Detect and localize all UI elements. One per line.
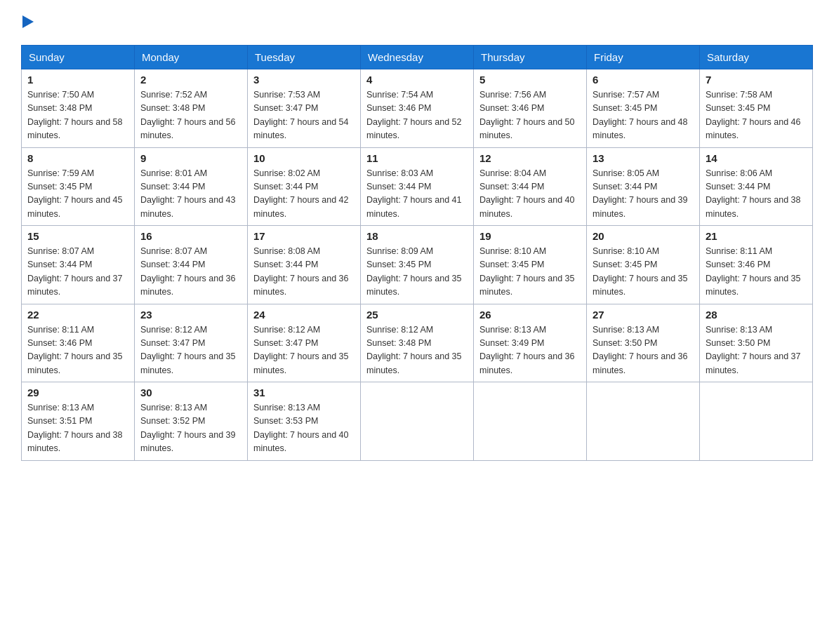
day-info: Sunrise: 7:59 AMSunset: 3:45 PMDaylight:… [27, 168, 123, 219]
calendar-cell: 30 Sunrise: 8:13 AMSunset: 3:52 PMDaylig… [135, 382, 248, 461]
col-header-sunday: Sunday [22, 46, 135, 69]
day-info: Sunrise: 8:10 AMSunset: 3:45 PMDaylight:… [593, 246, 688, 297]
calendar-cell [700, 382, 813, 461]
day-info: Sunrise: 8:06 AMSunset: 3:44 PMDaylight:… [706, 168, 801, 219]
day-info: Sunrise: 8:11 AMSunset: 3:46 PMDaylight:… [27, 325, 123, 375]
day-info: Sunrise: 8:12 AMSunset: 3:47 PMDaylight:… [253, 325, 349, 375]
col-header-saturday: Saturday [700, 46, 813, 69]
day-number: 11 [366, 152, 468, 164]
day-info: Sunrise: 8:13 AMSunset: 3:49 PMDaylight:… [479, 325, 575, 375]
calendar-week-row: 29 Sunrise: 8:13 AMSunset: 3:51 PMDaylig… [22, 382, 813, 461]
calendar-cell: 20 Sunrise: 8:10 AMSunset: 3:45 PMDaylig… [587, 226, 700, 304]
day-info: Sunrise: 8:02 AMSunset: 3:44 PMDaylight:… [253, 168, 349, 219]
day-info: Sunrise: 8:13 AMSunset: 3:53 PMDaylight:… [253, 403, 349, 453]
calendar-cell: 8 Sunrise: 7:59 AMSunset: 3:45 PMDayligh… [22, 147, 135, 226]
col-header-monday: Monday [135, 46, 248, 69]
calendar-cell: 28 Sunrise: 8:13 AMSunset: 3:50 PMDaylig… [700, 304, 813, 382]
calendar-cell [587, 382, 700, 461]
calendar-cell: 7 Sunrise: 7:58 AMSunset: 3:45 PMDayligh… [700, 69, 813, 148]
day-info: Sunrise: 8:11 AMSunset: 3:46 PMDaylight:… [706, 246, 801, 297]
calendar-cell: 13 Sunrise: 8:05 AMSunset: 3:44 PMDaylig… [587, 147, 700, 226]
day-info: Sunrise: 7:58 AMSunset: 3:45 PMDaylight:… [706, 90, 801, 140]
calendar-cell: 9 Sunrise: 8:01 AMSunset: 3:44 PMDayligh… [135, 147, 248, 226]
col-header-tuesday: Tuesday [248, 46, 361, 69]
day-info: Sunrise: 8:13 AMSunset: 3:50 PMDaylight:… [706, 325, 801, 375]
calendar-cell: 14 Sunrise: 8:06 AMSunset: 3:44 PMDaylig… [700, 147, 813, 226]
day-info: Sunrise: 7:52 AMSunset: 3:48 PMDaylight:… [140, 90, 236, 140]
calendar-cell: 22 Sunrise: 8:11 AMSunset: 3:46 PMDaylig… [22, 304, 135, 382]
day-number: 30 [140, 387, 241, 398]
day-info: Sunrise: 8:05 AMSunset: 3:44 PMDaylight:… [593, 168, 688, 219]
day-number: 24 [253, 309, 355, 321]
calendar-cell: 26 Sunrise: 8:13 AMSunset: 3:49 PMDaylig… [474, 304, 587, 382]
calendar-cell: 27 Sunrise: 8:13 AMSunset: 3:50 PMDaylig… [587, 304, 700, 382]
calendar-cell: 16 Sunrise: 8:07 AMSunset: 3:44 PMDaylig… [135, 226, 248, 304]
calendar-cell: 17 Sunrise: 8:08 AMSunset: 3:44 PMDaylig… [248, 226, 361, 304]
col-header-wednesday: Wednesday [361, 46, 474, 69]
calendar-table: SundayMondayTuesdayWednesdayThursdayFrid… [21, 45, 813, 461]
day-info: Sunrise: 8:12 AMSunset: 3:48 PMDaylight:… [366, 325, 462, 375]
day-info: Sunrise: 8:03 AMSunset: 3:44 PMDaylight:… [366, 168, 462, 219]
day-number: 13 [593, 152, 694, 164]
day-number: 21 [706, 230, 807, 242]
calendar-cell: 23 Sunrise: 8:12 AMSunset: 3:47 PMDaylig… [135, 304, 248, 382]
day-number: 28 [706, 309, 807, 321]
day-number: 8 [27, 152, 128, 164]
day-info: Sunrise: 8:12 AMSunset: 3:47 PMDaylight:… [140, 325, 236, 375]
day-number: 19 [479, 230, 581, 242]
day-info: Sunrise: 7:54 AMSunset: 3:46 PMDaylight:… [366, 90, 462, 140]
day-info: Sunrise: 8:13 AMSunset: 3:52 PMDaylight:… [140, 403, 236, 453]
calendar-cell: 10 Sunrise: 8:02 AMSunset: 3:44 PMDaylig… [248, 147, 361, 226]
calendar-cell: 25 Sunrise: 8:12 AMSunset: 3:48 PMDaylig… [361, 304, 474, 382]
col-header-friday: Friday [587, 46, 700, 69]
calendar-cell: 4 Sunrise: 7:54 AMSunset: 3:46 PMDayligh… [361, 69, 474, 148]
calendar-cell: 6 Sunrise: 7:57 AMSunset: 3:45 PMDayligh… [587, 69, 700, 148]
calendar-cell: 21 Sunrise: 8:11 AMSunset: 3:46 PMDaylig… [700, 226, 813, 304]
day-number: 10 [253, 152, 355, 164]
day-info: Sunrise: 8:09 AMSunset: 3:45 PMDaylight:… [366, 246, 462, 297]
logo [21, 14, 34, 31]
day-info: Sunrise: 8:13 AMSunset: 3:50 PMDaylight:… [593, 325, 688, 375]
day-info: Sunrise: 7:56 AMSunset: 3:46 PMDaylight:… [479, 90, 575, 140]
day-number: 16 [140, 230, 241, 242]
calendar-cell: 24 Sunrise: 8:12 AMSunset: 3:47 PMDaylig… [248, 304, 361, 382]
day-info: Sunrise: 8:08 AMSunset: 3:44 PMDaylight:… [253, 246, 349, 297]
day-number: 17 [253, 230, 355, 242]
day-info: Sunrise: 8:04 AMSunset: 3:44 PMDaylight:… [479, 168, 575, 219]
day-number: 12 [479, 152, 581, 164]
col-header-thursday: Thursday [474, 46, 587, 69]
calendar-week-row: 15 Sunrise: 8:07 AMSunset: 3:44 PMDaylig… [22, 226, 813, 304]
day-number: 7 [706, 74, 807, 86]
calendar-cell: 31 Sunrise: 8:13 AMSunset: 3:53 PMDaylig… [248, 382, 361, 461]
calendar-cell: 12 Sunrise: 8:04 AMSunset: 3:44 PMDaylig… [474, 147, 587, 226]
day-info: Sunrise: 8:01 AMSunset: 3:44 PMDaylight:… [140, 168, 236, 219]
calendar-cell [361, 382, 474, 461]
day-number: 15 [27, 230, 128, 242]
calendar-week-row: 22 Sunrise: 8:11 AMSunset: 3:46 PMDaylig… [22, 304, 813, 382]
calendar-header-row: SundayMondayTuesdayWednesdayThursdayFrid… [22, 46, 813, 69]
calendar-cell: 11 Sunrise: 8:03 AMSunset: 3:44 PMDaylig… [361, 147, 474, 226]
calendar-week-row: 8 Sunrise: 7:59 AMSunset: 3:45 PMDayligh… [22, 147, 813, 226]
svg-marker-0 [22, 15, 34, 28]
day-number: 4 [366, 74, 468, 86]
day-info: Sunrise: 8:10 AMSunset: 3:45 PMDaylight:… [479, 246, 575, 297]
calendar-cell [474, 382, 587, 461]
day-info: Sunrise: 8:07 AMSunset: 3:44 PMDaylight:… [27, 246, 123, 297]
day-info: Sunrise: 7:50 AMSunset: 3:48 PMDaylight:… [27, 90, 123, 140]
calendar-cell: 29 Sunrise: 8:13 AMSunset: 3:51 PMDaylig… [22, 382, 135, 461]
calendar-cell: 15 Sunrise: 8:07 AMSunset: 3:44 PMDaylig… [22, 226, 135, 304]
day-number: 9 [140, 152, 241, 164]
day-info: Sunrise: 7:57 AMSunset: 3:45 PMDaylight:… [593, 90, 688, 140]
day-number: 26 [479, 309, 581, 321]
logo-arrow-icon [22, 15, 34, 28]
calendar-cell: 3 Sunrise: 7:53 AMSunset: 3:47 PMDayligh… [248, 69, 361, 148]
day-info: Sunrise: 7:53 AMSunset: 3:47 PMDaylight:… [253, 90, 349, 140]
day-number: 31 [253, 387, 355, 398]
day-number: 18 [366, 230, 468, 242]
day-number: 3 [253, 74, 355, 86]
day-number: 27 [593, 309, 694, 321]
calendar-cell: 1 Sunrise: 7:50 AMSunset: 3:48 PMDayligh… [22, 69, 135, 148]
day-number: 1 [27, 74, 128, 86]
day-info: Sunrise: 8:07 AMSunset: 3:44 PMDaylight:… [140, 246, 236, 297]
page-header [21, 14, 813, 31]
